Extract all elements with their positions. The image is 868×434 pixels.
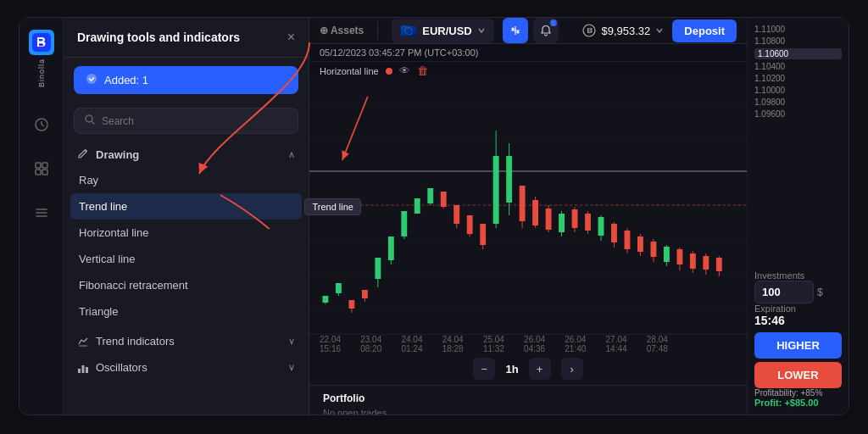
drawing-chevron[interactable]: ∧ <box>288 149 295 160</box>
right-panel: 1.11000 1.10800 1.10600 1.10400 1.10200 … <box>747 18 849 415</box>
svg-rect-70 <box>585 214 591 231</box>
svg-rect-74 <box>611 224 617 242</box>
investments-row: $ <box>754 281 842 303</box>
svg-rect-76 <box>625 231 631 249</box>
svg-rect-34 <box>348 300 354 309</box>
svg-rect-12 <box>78 369 81 373</box>
currency-name: EUR/USD <box>422 25 472 37</box>
expiration-value: 15:46 <box>754 314 842 327</box>
svg-rect-30 <box>322 296 328 303</box>
oscillators-label: Oscillators <box>77 361 147 374</box>
higher-button[interactable]: HIGHER <box>754 332 842 359</box>
added-icon <box>86 73 97 87</box>
price-1: 1.11000 <box>754 25 842 34</box>
svg-rect-90 <box>716 258 722 271</box>
time-label-1: 22.04 15:16 <box>320 335 360 353</box>
svg-rect-82 <box>664 247 670 262</box>
svg-rect-54 <box>480 224 486 245</box>
balance-display: $9,953.32 <box>582 24 664 37</box>
deposit-button[interactable]: Deposit <box>672 19 737 42</box>
drawing-panel-header: Drawing tools and indicators × <box>64 18 309 58</box>
time-axis: 22.04 15:16 23.04 08:20 24.04 01:24 24.0… <box>309 334 747 353</box>
svg-rect-42 <box>401 211 407 236</box>
trend-line-tooltip: Trend line <box>304 198 361 215</box>
divider <box>377 22 378 39</box>
price-4: 1.10400 <box>754 62 842 71</box>
svg-rect-4 <box>36 163 41 168</box>
svg-rect-68 <box>572 209 578 228</box>
drawing-item-vertical-label: Vertical line <box>79 253 135 265</box>
expiration-label: Expiration <box>754 303 842 314</box>
svg-line-91 <box>342 97 368 160</box>
drawing-section-header: Drawing ∧ <box>64 139 309 167</box>
assets-label: ⊕ Assets <box>320 25 364 36</box>
svg-rect-13 <box>82 365 85 373</box>
svg-rect-7 <box>42 170 47 175</box>
chart-wrapper <box>309 80 747 334</box>
chart-section: 22.04 15:16 23.04 08:20 24.04 01:24 24.0… <box>309 80 747 415</box>
svg-rect-38 <box>375 258 381 279</box>
search-input[interactable] <box>102 115 287 127</box>
svg-point-18 <box>516 31 519 34</box>
svg-rect-50 <box>453 205 459 224</box>
forward-button[interactable]: › <box>561 358 583 380</box>
indicator-delete-icon[interactable]: 🗑 <box>417 64 428 77</box>
flag-icon: 🇪🇺 <box>400 23 417 39</box>
drawing-item-horizontal-label: Horizontal line <box>79 226 148 239</box>
drawing-item-triangle[interactable]: Triangle <box>70 298 302 325</box>
drawing-item-ray[interactable]: Ray <box>70 167 302 193</box>
oscillators-chevron[interactable]: ∨ <box>288 362 295 373</box>
investments-unit: $ <box>817 287 823 298</box>
svg-rect-48 <box>441 192 447 207</box>
zoom-in-button[interactable]: + <box>529 358 551 380</box>
main-area: ⊕ Assets 🇪🇺 EUR/USD 1 $9,953.32 <box>309 18 747 415</box>
price-6: 1.10000 <box>754 86 842 95</box>
balance-value: $9,953.32 <box>601 25 650 37</box>
drawing-item-vertical[interactable]: Vertical line <box>70 246 302 272</box>
time-label-9: 28.04 07:48 <box>647 335 687 353</box>
drawing-item-trend-line[interactable]: Trend line Trend line <box>70 193 302 220</box>
oscillators-section[interactable]: Oscillators ∨ <box>64 354 309 381</box>
price-7: 1.09800 <box>754 97 842 107</box>
svg-rect-56 <box>493 156 499 224</box>
price-8: 1.09600 <box>754 109 842 119</box>
nav-item-1[interactable] <box>26 109 57 140</box>
added-badge[interactable]: Added: 1 <box>74 66 298 94</box>
nav-item-3[interactable] <box>26 198 57 228</box>
svg-rect-58 <box>506 156 512 203</box>
svg-rect-66 <box>559 214 565 232</box>
drawing-panel-title: Drawing tools and indicators <box>77 31 240 44</box>
trend-indicators-section[interactable]: Trend indicators ∨ <box>64 328 309 354</box>
svg-rect-5 <box>42 163 47 168</box>
lower-button[interactable]: LOWER <box>754 362 842 388</box>
price-5: 1.10200 <box>754 74 842 83</box>
drawing-item-ray-label: Ray <box>79 174 98 186</box>
search-box[interactable] <box>74 108 298 134</box>
notifications-button[interactable]: 1 <box>533 18 559 43</box>
timeframe-label: 1h <box>505 363 518 376</box>
portfolio-title: Portfolio <box>323 392 733 404</box>
nav-item-2[interactable] <box>26 153 57 184</box>
profitability-label: Profitability: +85% <box>754 388 842 398</box>
svg-point-8 <box>86 74 97 84</box>
drawing-item-fibonacci[interactable]: Fibonacci retracement <box>70 272 302 298</box>
portfolio-empty: No open trades <box>323 408 733 415</box>
indicator-eye-icon[interactable]: 👁 <box>399 64 410 77</box>
balance-chevron <box>655 26 664 35</box>
trend-chevron[interactable]: ∨ <box>288 336 295 347</box>
close-button[interactable]: × <box>287 30 295 45</box>
indicators-button[interactable] <box>503 18 528 43</box>
portfolio-bar: Portfolio No open trades <box>309 385 747 415</box>
indicator-bar: 05/12/2023 03:45:27 PM (UTC+03:00) <box>309 44 747 62</box>
investments-input[interactable] <box>754 281 814 303</box>
chart-datetime: 05/12/2023 03:45:27 PM (UTC+03:00) <box>320 47 478 58</box>
svg-rect-60 <box>520 186 526 221</box>
profit-value: Profit: +$85.00 <box>754 398 842 408</box>
drawing-items-list: Ray Trend line Trend line Horizontal lin… <box>64 167 309 325</box>
time-label-3: 24.04 01:24 <box>401 335 442 353</box>
trading-panel: Investments $ Expiration 15:46 HIGHER LO… <box>754 270 842 408</box>
drawing-item-horizontal[interactable]: Horizontal line <box>70 220 302 246</box>
zoom-out-button[interactable]: − <box>473 358 495 380</box>
currency-selector[interactable]: 🇪🇺 EUR/USD <box>392 19 494 43</box>
logo-name: Binolla <box>37 58 46 87</box>
